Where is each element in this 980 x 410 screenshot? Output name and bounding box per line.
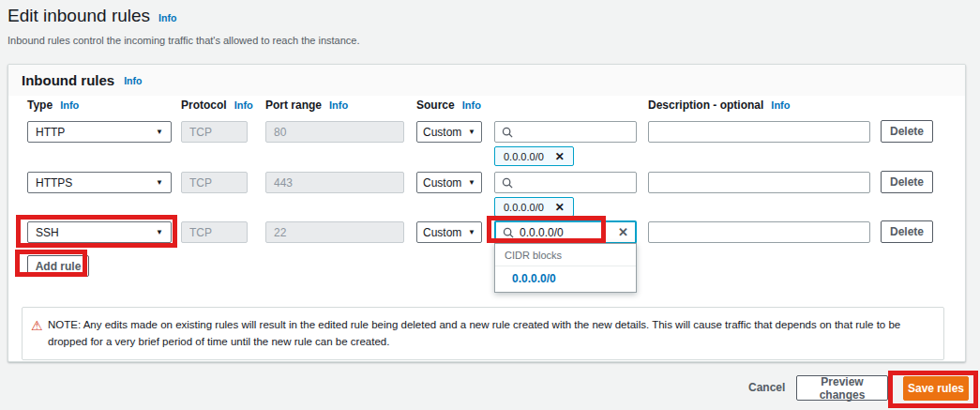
remove-cidr-icon[interactable]: ✕ [555, 150, 565, 163]
source-mode-select-row1[interactable]: Custom ▼ [416, 121, 482, 143]
page-title-info-link[interactable]: Info [158, 12, 176, 23]
column-header-description: Description - optional Info [648, 99, 791, 112]
cidr-tag-row2: 0.0.0.0/0 ✕ [494, 197, 574, 217]
source-mode-select-row3[interactable]: Custom ▼ [416, 221, 482, 243]
cancel-button[interactable]: Cancel [748, 381, 785, 394]
page-title: Edit inbound rules [8, 6, 150, 26]
page-subtitle: Inbound rules control the incoming traff… [8, 35, 360, 46]
port-range-input-row3 [265, 221, 404, 243]
search-icon [502, 177, 513, 189]
type-select-row3[interactable]: SSH ▼ [27, 221, 172, 243]
search-icon [503, 227, 514, 238]
description-info-link[interactable]: Info [771, 99, 790, 111]
cidr-suggestion-dropdown: CIDR blocks 0.0.0.0/0 [494, 243, 637, 293]
protocol-input-row2 [181, 172, 248, 193]
chevron-down-icon: ▼ [156, 178, 163, 187]
note-text: NOTE: Any edits made on existing rules w… [48, 319, 900, 347]
protocol-input-row3 [181, 221, 248, 243]
delete-rule-button-row3[interactable]: Delete [881, 220, 933, 243]
inbound-rules-panel: Inbound rules Info Type Info Protocol In… [8, 64, 966, 362]
search-icon [502, 127, 513, 138]
edit-inbound-rules-page: Edit inbound rules Info Inbound rules co… [0, 0, 980, 410]
source-search-row3[interactable]: ✕ [494, 220, 637, 244]
protocol-input-row1 [181, 121, 248, 143]
source-info-link[interactable]: Info [462, 99, 481, 111]
column-header-port-range: Port range Info [265, 99, 348, 112]
page-heading: Edit inbound rules Info [8, 6, 176, 26]
delete-rule-button-row1[interactable]: Delete [881, 120, 933, 143]
remove-cidr-icon[interactable]: ✕ [555, 201, 565, 214]
add-rule-button[interactable]: Add rule [27, 255, 89, 277]
cidr-tag-row1: 0.0.0.0/0 ✕ [494, 146, 574, 166]
panel-info-link[interactable]: Info [124, 75, 142, 86]
preview-changes-button[interactable]: Preview changes [796, 375, 888, 401]
chevron-down-icon: ▼ [156, 128, 163, 136]
cidr-option[interactable]: 0.0.0.0/0 [495, 266, 636, 292]
column-header-type: Type Info [27, 99, 79, 112]
source-search-input-row2[interactable] [519, 176, 629, 190]
warning-icon: ⚠ [31, 315, 43, 336]
delete-rule-button-row2[interactable]: Delete [881, 171, 933, 193]
note-box: ⚠ NOTE: Any edits made on existing rules… [22, 307, 944, 360]
description-input-row1[interactable] [648, 121, 870, 143]
column-header-source: Source Info [416, 99, 481, 112]
type-select-row2[interactable]: HTTPS ▼ [27, 172, 172, 193]
source-search-input-row1[interactable] [519, 126, 629, 139]
column-header-protocol: Protocol Info [181, 99, 253, 112]
save-rules-button[interactable]: Save rules [903, 376, 969, 401]
port-range-input-row2 [265, 172, 404, 193]
source-mode-select-row2[interactable]: Custom ▼ [416, 172, 482, 193]
type-select-row1[interactable]: HTTP ▼ [27, 121, 172, 143]
port-range-info-link[interactable]: Info [329, 99, 348, 111]
panel-title: Inbound rules [22, 72, 114, 88]
protocol-info-link[interactable]: Info [234, 99, 253, 111]
source-search-row2[interactable] [494, 172, 637, 193]
chevron-down-icon: ▼ [468, 228, 475, 236]
cidr-group-label: CIDR blocks [495, 244, 636, 266]
type-info-link[interactable]: Info [60, 99, 79, 111]
panel-header: Inbound rules Info [8, 65, 965, 96]
description-input-row3[interactable] [648, 221, 870, 243]
chevron-down-icon: ▼ [468, 178, 475, 187]
port-range-input-row1 [265, 121, 404, 143]
clear-search-icon[interactable]: ✕ [612, 225, 628, 239]
description-input-row2[interactable] [648, 172, 870, 193]
chevron-down-icon: ▼ [468, 128, 475, 136]
source-search-input-row3[interactable] [520, 226, 607, 239]
source-search-row1[interactable] [494, 121, 637, 143]
chevron-down-icon: ▼ [156, 228, 163, 236]
